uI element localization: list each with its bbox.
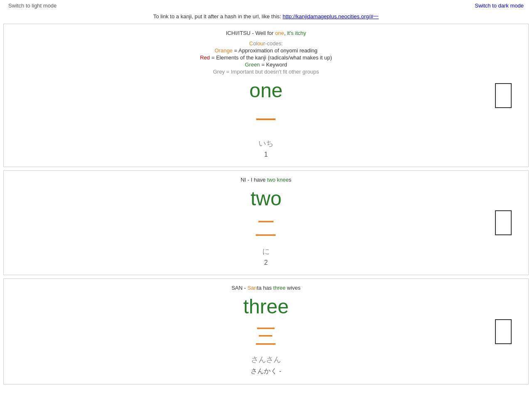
color-orange-eq: = Approximation of onyomi reading bbox=[233, 47, 318, 54]
color-line-red: Red = Elements of the kanji (radicals/wh… bbox=[12, 54, 520, 61]
kanji-char-ichi: 一 bbox=[12, 106, 520, 135]
color-grey-eq: = Important but doesn't fit other groups bbox=[225, 69, 319, 75]
mnemonic-san-suffix: wives bbox=[286, 285, 300, 291]
stroke-number-san: さんかく - bbox=[12, 367, 520, 376]
mnemonic-san-middle: ta has bbox=[257, 285, 273, 291]
color-grey-label: Grey bbox=[213, 69, 224, 75]
color-orange-label: Orange bbox=[214, 47, 232, 54]
color-codes-title: Colour-codes: bbox=[12, 40, 520, 47]
link-instruction-text: To link to a kanji, put it after a hash … bbox=[153, 13, 281, 20]
color-green-label: Green bbox=[245, 62, 260, 68]
mnemonic-san-orange: San bbox=[247, 285, 257, 291]
color-title-c: C bbox=[249, 40, 253, 47]
switch-dark-link[interactable]: Switch to dark mode bbox=[475, 2, 524, 9]
keyword-ichi: one bbox=[12, 79, 520, 102]
mnemonic-ni-suffix: s bbox=[289, 177, 292, 183]
mnemonic-san: SAN - Santa has three wives bbox=[12, 285, 520, 291]
kanji-box-ichi bbox=[495, 83, 512, 108]
reading-san: さんさん bbox=[12, 355, 520, 365]
stroke-number-ichi: 1 bbox=[12, 151, 520, 158]
link-instruction: To link to a kanji, put it after a hash … bbox=[0, 11, 532, 24]
reading-ni: に bbox=[12, 246, 520, 256]
kanji-box-san bbox=[495, 319, 512, 344]
mnemonic-ichi: ICHI/ITSU - Well for one, it's itchy bbox=[12, 30, 520, 36]
color-title-r: r-codes: bbox=[264, 40, 283, 47]
keyword-ni: two bbox=[12, 187, 520, 210]
color-line-grey: Grey = Important but doesn't fit other g… bbox=[12, 69, 520, 75]
kanji-char-san: 三 bbox=[12, 322, 520, 351]
kanji-card-ichi: ICHI/ITSU - Well for one, it's itchy Col… bbox=[3, 24, 529, 167]
kanji-char-ni: 二 bbox=[12, 214, 520, 243]
color-red-eq: = Elements of the kanji (radicals/what m… bbox=[210, 54, 332, 61]
mnemonic-green: it's itchy bbox=[287, 30, 306, 36]
mnemonic-ni-prefix: NI - I have bbox=[241, 177, 267, 183]
mnemonic-ni-green: two knee bbox=[267, 177, 289, 183]
mnemonic-orange: one bbox=[275, 30, 284, 36]
top-bar: Switch to light mode Switch to dark mode bbox=[0, 0, 532, 11]
color-title-ou: ou bbox=[257, 40, 263, 47]
mnemonic-prefix: ICHI/ITSU - Well for bbox=[226, 30, 275, 36]
stroke-number-ni: 2 bbox=[12, 259, 520, 266]
kanji-card-ni: NI - I have two knees two 二 に 2 bbox=[3, 170, 529, 275]
kanji-box-ni bbox=[495, 210, 512, 235]
example-link[interactable]: http://kanjidamageplus.neocities.org/#一 bbox=[283, 13, 379, 20]
keyword-san: three bbox=[12, 295, 520, 318]
mnemonic-san-green: three bbox=[273, 285, 286, 291]
mnemonic-san-prefix: SAN - bbox=[232, 285, 247, 291]
mnemonic-middle: , bbox=[284, 30, 287, 36]
color-line-orange: Orange = Approximation of onyomi reading bbox=[12, 47, 520, 54]
color-green-eq: = Keyword bbox=[260, 62, 287, 68]
color-line-green: Green = Keyword bbox=[12, 62, 520, 68]
reading-ichi: いち bbox=[12, 138, 520, 148]
color-codes-section: Colour-codes: Orange = Approximation of … bbox=[12, 40, 520, 75]
kanji-card-san: SAN - Santa has three wives three 三 さんさん… bbox=[3, 278, 529, 384]
switch-light-label: Switch to light mode bbox=[8, 2, 57, 9]
color-red-label: Red bbox=[200, 54, 210, 61]
color-title-ol: ol bbox=[253, 40, 257, 47]
mnemonic-ni: NI - I have two knees bbox=[12, 177, 520, 183]
